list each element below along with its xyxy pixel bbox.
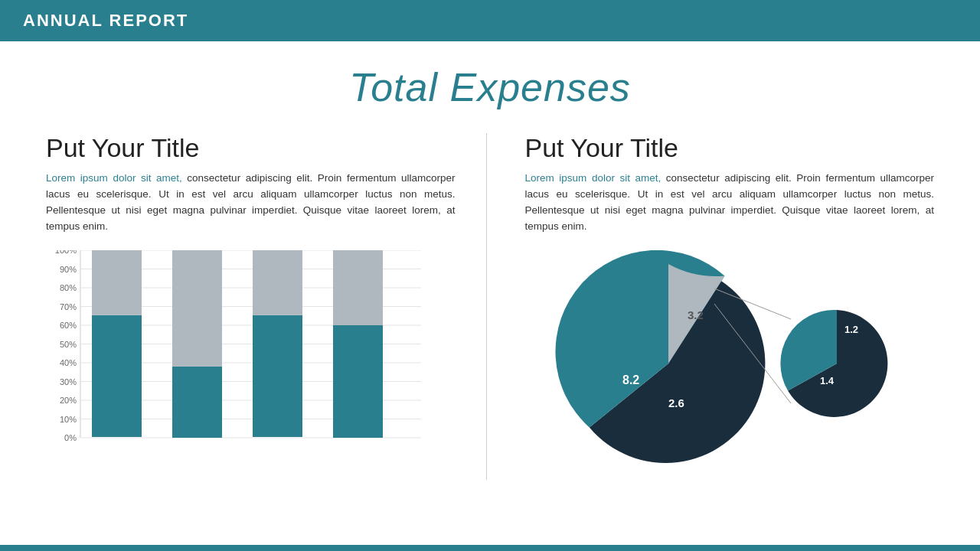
page-title: Total Expenses xyxy=(349,65,631,109)
footer-bar xyxy=(0,545,980,551)
svg-rect-30 xyxy=(333,250,383,325)
svg-text:10%: 10% xyxy=(60,414,77,423)
svg-text:50%: 50% xyxy=(60,339,77,348)
svg-text:3.2: 3.2 xyxy=(688,308,704,321)
left-section-title: Put Your Title xyxy=(46,133,456,163)
page-title-part1: Total xyxy=(349,65,449,109)
pie-chart-svg: 8.2 2.6 3.2 1.4 1.2 xyxy=(546,250,913,480)
svg-rect-26 xyxy=(172,250,222,367)
svg-rect-24 xyxy=(92,250,142,315)
columns: Put Your Title Lorem ipsum dolor sit ame… xyxy=(46,133,934,480)
svg-rect-25 xyxy=(172,367,222,438)
svg-text:60%: 60% xyxy=(60,321,77,330)
pie-chart-area: 8.2 2.6 3.2 1.4 1.2 xyxy=(525,250,935,480)
bar-chart: 100% 90% 80% 70% 60% 50% 40% 30% 20% 10%… xyxy=(46,250,429,457)
svg-text:100%: 100% xyxy=(55,250,77,255)
svg-rect-23 xyxy=(92,315,142,436)
left-body-text: Lorem ipsum dolor sit amet, consectetur … xyxy=(46,171,456,235)
svg-text:8.2: 8.2 xyxy=(622,373,639,386)
svg-text:1.2: 1.2 xyxy=(844,324,858,335)
main-content: Total Expenses Put Your Title Lorem ipsu… xyxy=(0,41,980,495)
svg-rect-29 xyxy=(333,325,383,438)
header-title: ANNUAL REPORT xyxy=(23,11,188,31)
svg-rect-28 xyxy=(253,250,302,315)
svg-text:1.4: 1.4 xyxy=(820,375,835,386)
bar-chart-svg: 100% 90% 80% 70% 60% 50% 40% 30% 20% 10%… xyxy=(46,250,429,457)
right-section-title: Put Your Title xyxy=(525,133,935,163)
svg-text:80%: 80% xyxy=(60,283,77,292)
svg-text:40%: 40% xyxy=(60,358,77,367)
svg-rect-27 xyxy=(253,315,302,436)
page-title-container: Total Expenses xyxy=(46,64,934,110)
right-highlight: Lorem ipsum dolor sit amet, xyxy=(525,172,662,184)
right-column: Put Your Title Lorem ipsum dolor sit ame… xyxy=(487,133,935,480)
right-body-text: Lorem ipsum dolor sit amet, consectetur … xyxy=(525,171,935,235)
svg-text:70%: 70% xyxy=(60,302,77,311)
header: ANNUAL REPORT xyxy=(0,0,980,41)
svg-text:30%: 30% xyxy=(60,377,77,386)
left-highlight: Lorem ipsum dolor sit amet, xyxy=(46,172,182,184)
svg-text:90%: 90% xyxy=(60,264,77,273)
svg-text:0%: 0% xyxy=(64,433,77,442)
page-title-part2: Expenses xyxy=(449,65,630,109)
left-column: Put Your Title Lorem ipsum dolor sit ame… xyxy=(46,133,487,480)
svg-text:20%: 20% xyxy=(60,396,77,405)
svg-text:2.6: 2.6 xyxy=(668,396,684,409)
